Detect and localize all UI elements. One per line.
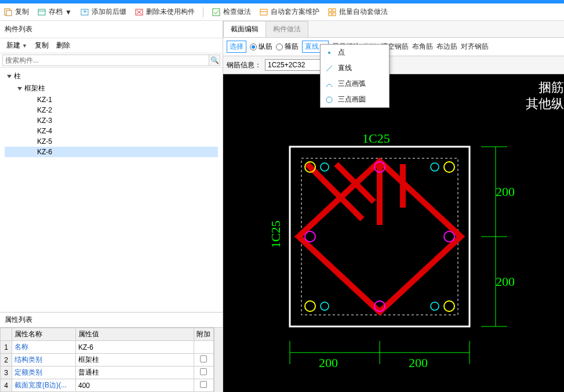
menu-item-circle[interactable]: 三点画圆 (321, 92, 389, 107)
tree-node-root[interactable]: 柱 (5, 70, 218, 82)
prop-name: 结构类别 (12, 354, 76, 366)
col-value: 属性值 (76, 328, 194, 341)
copy-icon (3, 8, 13, 17)
radio-stirrup[interactable]: 箍筋 (276, 42, 299, 52)
radio-label: 纵筋 (259, 42, 272, 52)
right-tabs: 截面编辑 构件做法 (223, 21, 564, 38)
top-rebar-label: 1C25 (362, 131, 390, 146)
menu-item-arc[interactable]: 三点画弧 (321, 76, 389, 92)
radio-icon (250, 43, 257, 50)
table-row[interactable]: 2 结构类别 框架柱 (1, 354, 214, 366)
tree-item[interactable]: KZ-5 (5, 136, 218, 147)
delete-unused-button[interactable]: 删除未使用构件 (134, 7, 195, 17)
tree-item[interactable]: KZ-1 (5, 95, 218, 105)
tab-section-edit[interactable]: 截面编辑 (223, 21, 266, 37)
component-tree[interactable]: 柱 框架柱 KZ-1 KZ-2 KZ-3 KZ-4 KZ-5 KZ-6 (0, 68, 223, 312)
tree-item[interactable]: KZ-2 (5, 105, 218, 115)
prop-attach (194, 341, 213, 354)
search-icon: 🔍 (210, 56, 219, 64)
tree-item-label: KZ-3 (37, 117, 52, 125)
col-attach: 附加 (194, 328, 213, 341)
search-button[interactable]: 🔍 (209, 55, 220, 66)
menu-item-label: 直线 (338, 63, 352, 73)
check-method-label: 检查做法 (223, 7, 251, 17)
prop-value[interactable]: KZ-6 (76, 341, 194, 354)
svg-point-28 (431, 302, 439, 310)
check-method-button[interactable]: 检查做法 (212, 7, 251, 17)
checkbox-icon[interactable] (200, 381, 207, 388)
tab-component-method[interactable]: 构件做法 (265, 21, 308, 37)
delete-component-button[interactable]: 删除 (54, 41, 70, 50)
prop-value[interactable]: 框架柱 (76, 354, 194, 366)
align-rebar-button[interactable]: 对齐钢筋 (461, 42, 489, 52)
separator (203, 7, 203, 17)
tree-node-group[interactable]: 框架柱 (5, 82, 218, 95)
section-canvas[interactable]: 1C25 1C25 200 200 200 200 捆筋 其他纵 (223, 74, 564, 392)
tree-item-label: KZ-5 (37, 137, 52, 146)
svg-rect-11 (333, 13, 336, 16)
line-tool-menu: 点 直线 三点画弧 三点画圆 (320, 44, 390, 108)
left-rebar-label: 1C25 (268, 220, 283, 248)
svg-rect-6 (213, 9, 220, 16)
prop-attach[interactable] (194, 354, 213, 366)
svg-point-26 (431, 163, 439, 171)
add-prefix-button[interactable]: + 添加前后缀 (80, 7, 126, 17)
tree-item-label: KZ-1 (37, 96, 52, 104)
menu-item-point[interactable]: 点 (321, 45, 389, 60)
prop-attach[interactable] (194, 379, 213, 392)
check-icon (212, 8, 221, 17)
prop-value[interactable]: 普通柱 (76, 366, 194, 379)
svg-rect-9 (333, 9, 336, 12)
tree-item[interactable]: KZ-3 (5, 115, 218, 126)
row-num-header (1, 328, 12, 341)
menu-item-line[interactable]: 直线 (321, 60, 389, 76)
side-text-1: 捆筋 (538, 79, 564, 96)
table-row[interactable]: 3 定额类别 普通柱 (1, 366, 214, 379)
new-button[interactable]: 新建 ▼ (5, 41, 27, 50)
scrollbar[interactable] (214, 328, 223, 392)
checkbox-icon[interactable] (200, 355, 207, 362)
select-mode-button[interactable]: 选择 (227, 41, 246, 53)
tree-item[interactable]: KZ-4 (5, 126, 218, 136)
rebar-info-label: 钢筋信息： (227, 60, 261, 70)
point-icon (325, 49, 333, 57)
copy-button[interactable]: 复制 (3, 7, 29, 17)
edge-rebar-button[interactable]: 布边筋 (436, 42, 457, 52)
prop-name: 定额类别 (12, 366, 76, 379)
svg-rect-1 (6, 10, 12, 16)
svg-text:+: + (83, 8, 87, 16)
prop-value[interactable]: 400 (76, 379, 194, 392)
row-num: 4 (1, 379, 12, 392)
chevron-down-icon: ▼ (22, 43, 27, 49)
delete-component-label: 删除 (56, 41, 70, 50)
menu-item-label: 点 (338, 48, 345, 57)
row-num: 1 (1, 341, 12, 354)
svg-point-20 (305, 231, 315, 242)
tree-item-selected[interactable]: KZ-6 (5, 147, 218, 157)
archive-button[interactable]: 存档 ▼ (37, 7, 72, 17)
batch-auto-button[interactable]: 批量自动套做法 (328, 7, 388, 17)
corner-rebar-button[interactable]: 布角筋 (412, 42, 433, 52)
table-row[interactable]: 1 名称 KZ-6 (1, 341, 214, 354)
expand-icon (17, 87, 22, 90)
prop-name: 截面宽度(B边)(... (12, 379, 76, 392)
svg-point-25 (321, 163, 329, 171)
prop-attach[interactable] (194, 366, 213, 379)
side-text-2: 其他纵 (526, 95, 564, 112)
dim-v2: 200 (496, 274, 515, 289)
property-table: 属性名称 属性值 附加 1 名称 KZ-6 2 结构类别 框架柱 3 (0, 328, 214, 392)
checkbox-icon[interactable] (200, 368, 207, 375)
svg-rect-8 (329, 9, 332, 12)
radio-longitudinal[interactable]: 纵筋 (250, 42, 272, 52)
auto-scheme-button[interactable]: 自动套方案维护 (259, 7, 319, 17)
dim-h2: 200 (409, 355, 428, 371)
component-list-title: 构件列表 (0, 21, 223, 38)
svg-rect-10 (329, 13, 332, 16)
dim-v1: 200 (496, 184, 515, 199)
auto-scheme-label: 自动套方案维护 (271, 7, 319, 17)
search-input[interactable] (2, 55, 209, 66)
table-row[interactable]: 4 截面宽度(B边)(... 400 (1, 379, 214, 392)
add-prefix-label: 添加前后缀 (92, 7, 126, 17)
batch-auto-label: 批量自动套做法 (339, 7, 388, 17)
copy-component-button[interactable]: 复制 (33, 41, 49, 50)
